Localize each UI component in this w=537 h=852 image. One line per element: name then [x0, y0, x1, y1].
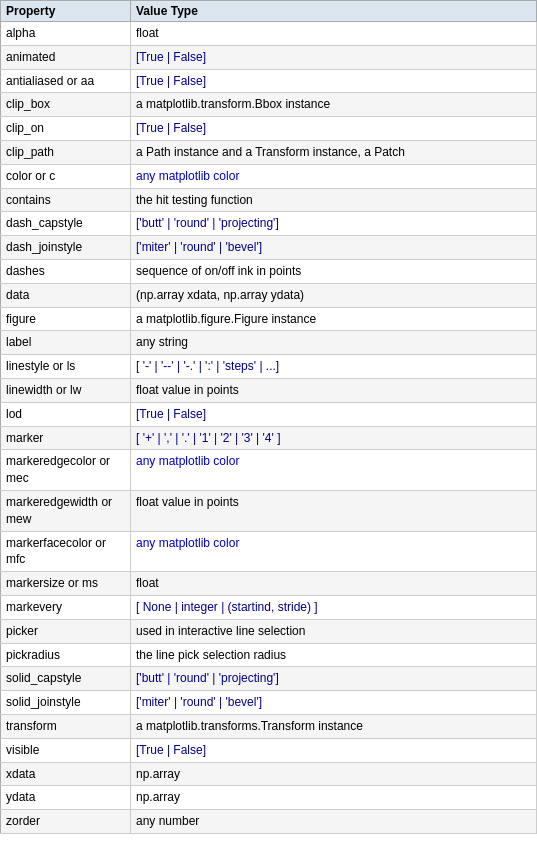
table-row: linestyle or ls[ '-' | '--' | '-.' | ':'…	[1, 355, 537, 379]
table-row: markeredgewidth or mewfloat value in poi…	[1, 490, 537, 531]
table-row: markeredgecolor or mecany matplotlib col…	[1, 450, 537, 491]
property-cell: markeredgewidth or mew	[1, 490, 131, 531]
table-header-row: Property Value Type	[1, 1, 537, 22]
table-row: dashessequence of on/off ink in points	[1, 259, 537, 283]
table-row: containsthe hit testing function	[1, 188, 537, 212]
property-cell: marker	[1, 426, 131, 450]
value-type-cell: any string	[131, 331, 537, 355]
property-cell: color or c	[1, 164, 131, 188]
value-type-cell: a matplotlib.transform.Bbox instance	[131, 93, 537, 117]
value-type-cell: [True | False]	[131, 117, 537, 141]
value-type-header: Value Type	[131, 1, 537, 22]
property-cell: antialiased or aa	[1, 69, 131, 93]
property-cell: linewidth or lw	[1, 378, 131, 402]
property-cell: data	[1, 283, 131, 307]
property-cell: visible	[1, 738, 131, 762]
table-row: pickerused in interactive line selection	[1, 619, 537, 643]
property-cell: transform	[1, 714, 131, 738]
property-cell: figure	[1, 307, 131, 331]
table-row: lod[True | False]	[1, 402, 537, 426]
value-type-cell: [ '-' | '--' | '-.' | ':' | 'steps' | ..…	[131, 355, 537, 379]
property-cell: markerfacecolor or mfc	[1, 531, 131, 572]
table-row: clip_boxa matplotlib.transform.Bbox inst…	[1, 93, 537, 117]
value-type-cell: float value in points	[131, 378, 537, 402]
table-row: ydatanp.array	[1, 786, 537, 810]
value-type-cell: [True | False]	[131, 69, 537, 93]
property-cell: contains	[1, 188, 131, 212]
property-cell: clip_box	[1, 93, 131, 117]
table-row: animated[True | False]	[1, 45, 537, 69]
value-type-cell: the hit testing function	[131, 188, 537, 212]
property-cell: dashes	[1, 259, 131, 283]
property-cell: solid_capstyle	[1, 667, 131, 691]
table-row: color or cany matplotlib color	[1, 164, 537, 188]
value-type-cell: float value in points	[131, 490, 537, 531]
table-row: markersize or msfloat	[1, 572, 537, 596]
value-type-cell: np.array	[131, 786, 537, 810]
property-cell: dash_joinstyle	[1, 236, 131, 260]
value-type-cell: any matplotlib color	[131, 164, 537, 188]
properties-table: Property Value Type alphafloatanimated[T…	[0, 0, 537, 834]
property-cell: linestyle or ls	[1, 355, 131, 379]
value-type-cell: a Path instance and a Transform instance…	[131, 140, 537, 164]
value-type-cell: [True | False]	[131, 45, 537, 69]
table-row: alphafloat	[1, 22, 537, 46]
table-row: dash_capstyle['butt' | 'round' | 'projec…	[1, 212, 537, 236]
property-cell: markevery	[1, 595, 131, 619]
property-cell: dash_capstyle	[1, 212, 131, 236]
table-row: dash_joinstyle['miter' | 'round' | 'beve…	[1, 236, 537, 260]
table-row: visible[True | False]	[1, 738, 537, 762]
property-cell: zorder	[1, 810, 131, 834]
property-cell: picker	[1, 619, 131, 643]
value-type-cell: [True | False]	[131, 402, 537, 426]
table-row: marker[ '+' | ',' | '.' | '1' | '2' | '3…	[1, 426, 537, 450]
table-row: figurea matplotlib.figure.Figure instanc…	[1, 307, 537, 331]
value-type-cell: sequence of on/off ink in points	[131, 259, 537, 283]
table-row: solid_capstyle['butt' | 'round' | 'proje…	[1, 667, 537, 691]
value-type-cell: used in interactive line selection	[131, 619, 537, 643]
table-row: solid_joinstyle['miter' | 'round' | 'bev…	[1, 691, 537, 715]
value-type-cell: [ '+' | ',' | '.' | '1' | '2' | '3' | '4…	[131, 426, 537, 450]
property-cell: solid_joinstyle	[1, 691, 131, 715]
value-type-cell: [True | False]	[131, 738, 537, 762]
table-row: transforma matplotlib.transforms.Transfo…	[1, 714, 537, 738]
table-row: markevery[ None | integer | (startind, s…	[1, 595, 537, 619]
value-type-cell: ['miter' | 'round' | 'bevel']	[131, 691, 537, 715]
property-cell: xdata	[1, 762, 131, 786]
value-type-cell: ['miter' | 'round' | 'bevel']	[131, 236, 537, 260]
table-row: zorderany number	[1, 810, 537, 834]
value-type-cell: any matplotlib color	[131, 531, 537, 572]
table-row: labelany string	[1, 331, 537, 355]
table-row: pickradiusthe line pick selection radius	[1, 643, 537, 667]
value-type-cell: [ None | integer | (startind, stride) ]	[131, 595, 537, 619]
value-type-cell: a matplotlib.transforms.Transform instan…	[131, 714, 537, 738]
value-type-cell: any matplotlib color	[131, 450, 537, 491]
property-cell: markeredgecolor or mec	[1, 450, 131, 491]
property-header: Property	[1, 1, 131, 22]
table-row: clip_on[True | False]	[1, 117, 537, 141]
value-type-cell: ['butt' | 'round' | 'projecting']	[131, 212, 537, 236]
value-type-cell: float	[131, 572, 537, 596]
property-cell: clip_path	[1, 140, 131, 164]
table-row: data(np.array xdata, np.array ydata)	[1, 283, 537, 307]
property-cell: pickradius	[1, 643, 131, 667]
value-type-cell: (np.array xdata, np.array ydata)	[131, 283, 537, 307]
value-type-cell: the line pick selection radius	[131, 643, 537, 667]
property-cell: ydata	[1, 786, 131, 810]
property-cell: alpha	[1, 22, 131, 46]
property-cell: label	[1, 331, 131, 355]
value-type-cell: float	[131, 22, 537, 46]
value-type-cell: np.array	[131, 762, 537, 786]
value-type-cell: a matplotlib.figure.Figure instance	[131, 307, 537, 331]
value-type-cell: any number	[131, 810, 537, 834]
property-cell: markersize or ms	[1, 572, 131, 596]
table-row: linewidth or lwfloat value in points	[1, 378, 537, 402]
table-row: markerfacecolor or mfcany matplotlib col…	[1, 531, 537, 572]
table-row: xdatanp.array	[1, 762, 537, 786]
property-cell: lod	[1, 402, 131, 426]
table-row: antialiased or aa[True | False]	[1, 69, 537, 93]
value-type-cell: ['butt' | 'round' | 'projecting']	[131, 667, 537, 691]
property-cell: animated	[1, 45, 131, 69]
property-cell: clip_on	[1, 117, 131, 141]
table-row: clip_patha Path instance and a Transform…	[1, 140, 537, 164]
